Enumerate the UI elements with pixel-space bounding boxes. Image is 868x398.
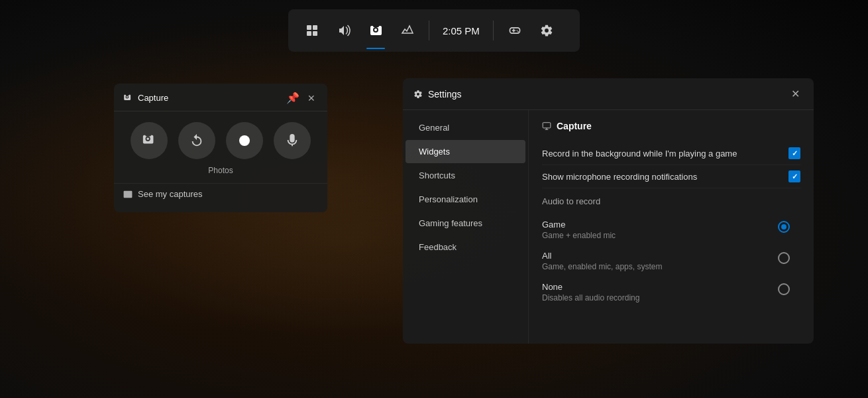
audio-game-row: Game Game + enabled mic [542,214,800,245]
pin-icon[interactable]: 📌 [284,90,302,105]
mic-notifications-label: Show microphone recording notifications [542,172,788,182]
nav-shortcuts[interactable]: Shortcuts [406,164,525,187]
mic-notifications-checkbox[interactable] [788,170,800,182]
background-record-checkbox[interactable] [788,147,800,159]
volume-icon[interactable] [331,17,357,44]
capture-icon-small [123,94,133,103]
see-captures-link[interactable]: See my captures [114,183,327,204]
settings-panel: Settings ✕ General Widgets Shortcuts Per… [403,78,814,344]
audio-none-info: None Disables all audio recording [542,282,778,302]
nav-feedback[interactable]: Feedback [406,235,525,259]
clock: 2:05 PM [437,25,485,36]
background-record-label: Record in the background while I'm playi… [542,149,788,159]
nav-general[interactable]: General [406,116,525,139]
nav-widgets[interactable]: Widgets [406,140,525,163]
settings-header: Settings ✕ [403,78,814,110]
gallery-icon [123,190,133,199]
photos-label: Photos [114,165,327,180]
audio-game-desc: Game + enabled mic [542,231,778,240]
settings-topbar-icon[interactable] [533,17,560,44]
audio-all-info: All Game, enabled mic, apps, system [542,251,778,271]
close-settings-icon[interactable]: ✕ [788,86,803,101]
audio-none-radio[interactable] [778,283,790,295]
capture-header-actions: 📌 ✕ [284,90,318,105]
background-record-row: Record in the background while I'm playi… [542,142,800,165]
settings-gear-icon [413,90,423,99]
widgets-icon[interactable] [299,17,325,44]
controller-icon[interactable] [502,17,528,44]
svg-rect-1 [313,25,317,30]
mic-notifications-row: Show microphone recording notifications [542,165,800,188]
audio-to-record-title: Audio to record [542,196,800,206]
close-capture-icon[interactable]: ✕ [305,92,318,105]
audio-all-name: All [542,251,778,261]
capture-section-icon [542,121,551,131]
audio-all-desc: Game, enabled mic, apps, system [542,262,778,271]
audio-game-info: Game Game + enabled mic [542,220,778,240]
top-bar: 2:05 PM [288,9,580,52]
audio-section: Audio to record Game Game + enabled mic … [542,196,800,308]
screenshot-button[interactable] [131,122,168,159]
svg-rect-0 [307,25,311,30]
capture-panel-header: Capture 📌 ✕ [114,84,327,111]
performance-icon[interactable] [394,17,421,44]
replay-button[interactable] [178,122,215,159]
capture-section-title: Capture [542,121,800,131]
divider-2 [493,21,494,40]
audio-all-row: All Game, enabled mic, apps, system [542,245,800,277]
settings-title: Settings [413,89,462,100]
audio-none-name: None [542,282,778,292]
capture-panel: Capture 📌 ✕ Photos Se [114,84,327,212]
audio-game-name: Game [542,220,778,230]
settings-body: General Widgets Shortcuts Personalizatio… [403,110,814,344]
capture-topbar-icon[interactable] [362,17,389,44]
capture-buttons-row [114,111,327,165]
audio-none-desc: Disables all audio recording [542,293,778,302]
svg-rect-3 [313,31,317,36]
record-button[interactable] [226,122,263,159]
mic-button[interactable] [274,122,311,159]
svg-rect-4 [543,123,551,128]
svg-rect-2 [307,31,311,36]
nav-gaming-features[interactable]: Gaming features [406,212,525,235]
record-dot [239,135,250,146]
audio-game-radio[interactable] [778,221,790,233]
audio-none-row: None Disables all audio recording [542,277,800,308]
settings-nav: General Widgets Shortcuts Personalizatio… [403,110,529,344]
audio-all-radio[interactable] [778,252,790,264]
divider-1 [429,21,429,40]
capture-title: Capture [123,93,168,103]
nav-personalization[interactable]: Personalization [406,188,525,211]
settings-content: Capture Record in the background while I… [529,110,814,344]
